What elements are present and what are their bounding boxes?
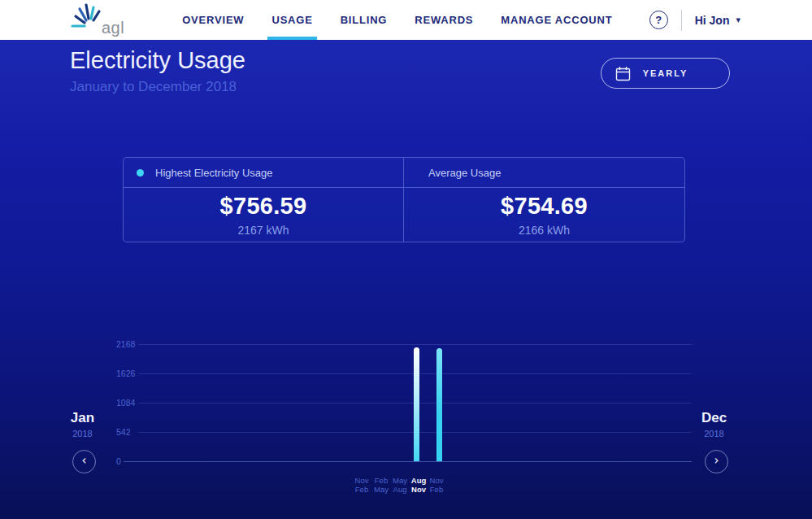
- user-menu[interactable]: Hi Jon ▾: [695, 14, 740, 27]
- period-selector-button[interactable]: YEARLY: [601, 58, 730, 89]
- user-greeting: Hi Jon: [695, 14, 730, 27]
- highest-usage-values: $756.59 2167 kWh: [124, 188, 404, 242]
- chevron-down-icon: ▾: [736, 15, 740, 25]
- end-month: Dec: [692, 410, 736, 426]
- period-to: Feb: [351, 485, 372, 494]
- agl-logo-text: agl: [102, 19, 124, 37]
- nav-item-billing[interactable]: BILLING: [327, 0, 402, 40]
- average-usage-kwh: 2166 kWh: [519, 224, 570, 237]
- usage-bar[interactable]: [436, 348, 442, 461]
- usage-page: Electricity Usage January to December 20…: [0, 40, 812, 519]
- highest-usage-legend-dot-icon: [137, 169, 144, 177]
- nav-item-overview[interactable]: OVERVIEW: [168, 0, 258, 40]
- period-selector-label: YEARLY: [643, 68, 688, 78]
- average-usage-amount: $754.69: [501, 193, 588, 220]
- average-usage-values: $754.69 2166 kWh: [404, 188, 684, 242]
- nav-item-usage[interactable]: USAGE: [258, 0, 326, 40]
- x-axis-baseline: [124, 461, 692, 462]
- top-navigation-bar: agl OVERVIEW USAGE BILLING REWARDS MANAG…: [0, 0, 812, 40]
- help-icon[interactable]: ?: [649, 11, 668, 29]
- nav-item-manage-account[interactable]: MANAGE ACCOUNT: [487, 0, 626, 40]
- primary-nav: OVERVIEW USAGE BILLING REWARDS MANAGE AC…: [168, 0, 626, 40]
- average-usage-label: Average Usage: [428, 167, 501, 179]
- highest-usage-label: Highest Electricity Usage: [155, 167, 273, 179]
- highest-usage-header: Highest Electricity Usage: [124, 158, 404, 188]
- highest-usage-amount: $756.59: [220, 193, 307, 220]
- x-axis-end-label: Dec 2018: [692, 410, 736, 438]
- page-title: Electricity Usage: [70, 47, 245, 74]
- start-year: 2018: [60, 429, 105, 438]
- period-from: Nov: [351, 476, 372, 485]
- period-to: Feb: [426, 485, 447, 494]
- chevron-left-icon[interactable]: ‹: [72, 450, 96, 473]
- period-label: Nov Feb: [426, 476, 447, 494]
- end-year: 2018: [692, 429, 736, 438]
- start-month: Jan: [60, 410, 105, 426]
- period-from: Nov: [426, 476, 447, 485]
- header-divider: [681, 10, 682, 31]
- period-label: Nov Feb: [351, 476, 372, 494]
- calendar-icon: [615, 66, 631, 84]
- header-right-group: ? Hi Jon ▾: [649, 10, 812, 31]
- x-axis-start-label: Jan 2018: [60, 410, 105, 438]
- highest-usage-kwh: 2167 kWh: [237, 224, 289, 237]
- page-subtitle: January to December 2018: [70, 79, 237, 95]
- usage-bar-highest[interactable]: [414, 347, 419, 461]
- nav-item-rewards[interactable]: REWARDS: [401, 0, 487, 40]
- chevron-right-icon[interactable]: ›: [705, 450, 728, 473]
- gridline: [138, 344, 692, 345]
- agl-logo[interactable]: agl: [68, 2, 124, 39]
- average-usage-header: Average Usage: [404, 158, 684, 188]
- usage-summary-panel: Highest Electricity Usage Average Usage …: [123, 157, 685, 242]
